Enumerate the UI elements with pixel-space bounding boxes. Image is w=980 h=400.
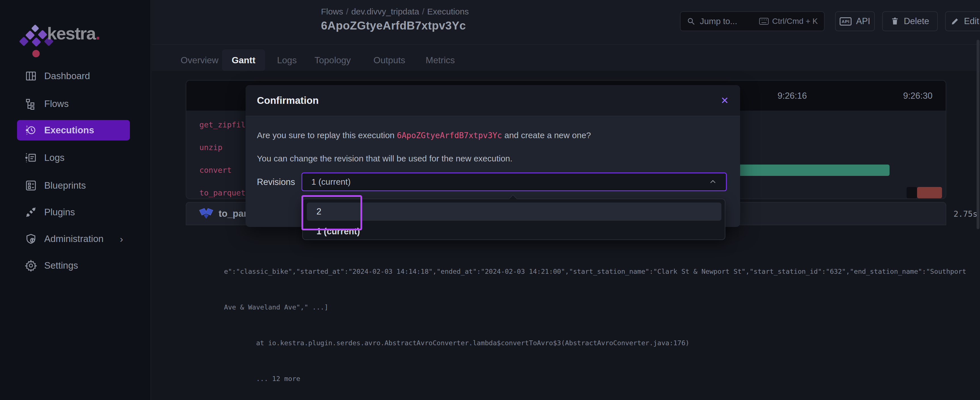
blueprints-icon xyxy=(25,180,37,191)
gantt-timestamp: 9:26:30 xyxy=(903,91,932,101)
api-button[interactable]: API API xyxy=(835,11,875,31)
edit-flow-button[interactable]: Edit flow xyxy=(945,11,980,31)
modal-hint: You can change the revision that will be… xyxy=(257,154,512,163)
gantt-task-label[interactable]: to_parquet xyxy=(199,188,245,197)
sidebar-item-dashboard[interactable]: Dashboard xyxy=(17,66,130,86)
chevron-right-icon: › xyxy=(120,233,123,245)
executions-icon xyxy=(25,124,37,136)
revision-option-2[interactable]: 2 xyxy=(307,202,721,221)
kestra-app: kestra. Dashboard Flows Executions Logs … xyxy=(0,0,980,400)
kestra-logo[interactable]: kestra. xyxy=(23,25,125,48)
plugins-icon xyxy=(25,206,37,218)
sidebar-item-plugins[interactable]: Plugins xyxy=(17,202,130,222)
sidebar: kestra. Dashboard Flows Executions Logs … xyxy=(0,0,151,400)
tab-gantt[interactable]: Gantt xyxy=(222,49,265,71)
log-line: e":"classic_bike","started_at":"2024-02-… xyxy=(224,266,978,277)
log-line: Ave & Waveland Ave"," ...] xyxy=(224,301,978,313)
log-line: ... 12 more xyxy=(224,373,978,385)
chevron-up-icon xyxy=(709,178,717,186)
administration-icon xyxy=(25,233,37,245)
jump-to-placeholder: Jump to... xyxy=(700,16,754,26)
sidebar-item-executions[interactable]: Executions xyxy=(17,120,130,140)
sidebar-item-settings[interactable]: Settings xyxy=(17,255,130,276)
gantt-bar-toparquet-created[interactable] xyxy=(907,187,917,198)
breadcrumb-flows[interactable]: Flows xyxy=(321,7,343,16)
sidebar-item-administration[interactable]: Administration › xyxy=(17,229,130,249)
sidebar-item-label: Blueprints xyxy=(44,180,86,191)
dashboard-icon xyxy=(25,70,37,82)
tab-metrics[interactable]: Metrics xyxy=(416,49,465,71)
trash-icon xyxy=(891,17,899,26)
breadcrumb-executions[interactable]: Executions xyxy=(427,7,469,16)
gantt-timestamp: 9:26:16 xyxy=(778,91,807,101)
sidebar-item-logs[interactable]: Logs xyxy=(17,148,130,168)
kestra-logo-text: kestra. xyxy=(47,23,100,43)
gantt-task-label[interactable]: convert xyxy=(199,166,232,174)
modal-header: Confirmation ✕ xyxy=(245,85,740,116)
breadcrumb-namespace[interactable]: dev.divvy_tripdata xyxy=(352,7,419,16)
logo-dot: . xyxy=(95,24,100,43)
execution-tabbar: Overview Gantt Logs Topology Outputs Met… xyxy=(152,44,980,71)
gantt-task-label[interactable]: get_zipfile xyxy=(199,120,250,129)
shortcut-hint: Ctrl/Cmd + K xyxy=(759,17,818,26)
plugin-task-icon xyxy=(199,208,213,220)
api-icon: API xyxy=(840,17,851,25)
vertical-scrollbar[interactable] xyxy=(977,40,980,229)
top-header: Flows/dev.divvy_tripdata/Executions 6Apo… xyxy=(152,0,980,44)
tab-overview[interactable]: Overview xyxy=(171,49,228,71)
keyboard-icon xyxy=(759,18,769,25)
search-icon xyxy=(687,17,695,25)
tab-outputs[interactable]: Outputs xyxy=(364,49,415,71)
close-icon[interactable]: ✕ xyxy=(721,95,729,106)
tab-topology[interactable]: Topology xyxy=(305,49,360,71)
modal-title: Confirmation xyxy=(257,95,319,106)
revision-option-1-current[interactable]: 1 (current) xyxy=(307,222,721,241)
sidebar-item-label: Administration xyxy=(44,233,103,244)
logs-icon xyxy=(25,152,37,164)
sidebar-item-label: Executions xyxy=(44,125,94,135)
sidebar-item-flows[interactable]: Flows xyxy=(17,94,130,114)
flows-icon xyxy=(25,98,37,110)
tab-logs[interactable]: Logs xyxy=(267,49,306,71)
log-line: at io.kestra.plugin.serdes.avro.Abstract… xyxy=(224,337,978,349)
modal-question: Are you sure to replay this execution 6A… xyxy=(257,131,591,140)
sidebar-item-blueprints[interactable]: Blueprints xyxy=(17,175,130,196)
sidebar-item-label: Settings xyxy=(44,260,78,271)
gear-icon xyxy=(25,260,37,271)
delete-button[interactable]: Delete xyxy=(882,11,938,31)
sidebar-item-label: Dashboard xyxy=(44,71,90,81)
pencil-icon xyxy=(951,17,959,25)
gantt-bar-toparquet-failed[interactable] xyxy=(917,187,942,198)
breadcrumb: Flows/dev.divvy_tripdata/Executions xyxy=(321,7,469,16)
jump-to-search[interactable]: Jump to... Ctrl/Cmd + K xyxy=(680,11,825,31)
task-log-output: e":"classic_bike","started_at":"2024-02-… xyxy=(224,242,978,400)
revisions-dropdown-menu: 2 1 (current) xyxy=(302,199,725,240)
sidebar-item-label: Flows xyxy=(44,99,68,109)
revisions-label: Revisions xyxy=(257,177,295,187)
page-title: 6ApoZGtyeArfdB7xtpv3Yc xyxy=(321,19,466,32)
gantt-task-label[interactable]: unzip xyxy=(199,143,222,152)
kestra-logo-icon xyxy=(23,25,44,46)
sidebar-item-label: Plugins xyxy=(44,207,75,218)
sidebar-item-label: Logs xyxy=(44,152,65,163)
execution-id: 6ApoZGtyeArfdB7xtpv3Yc xyxy=(397,131,502,140)
revisions-selected-value: 1 (current) xyxy=(311,177,350,186)
task-duration: 2.75s xyxy=(940,209,977,219)
revisions-select[interactable]: 1 (current) xyxy=(301,172,727,191)
